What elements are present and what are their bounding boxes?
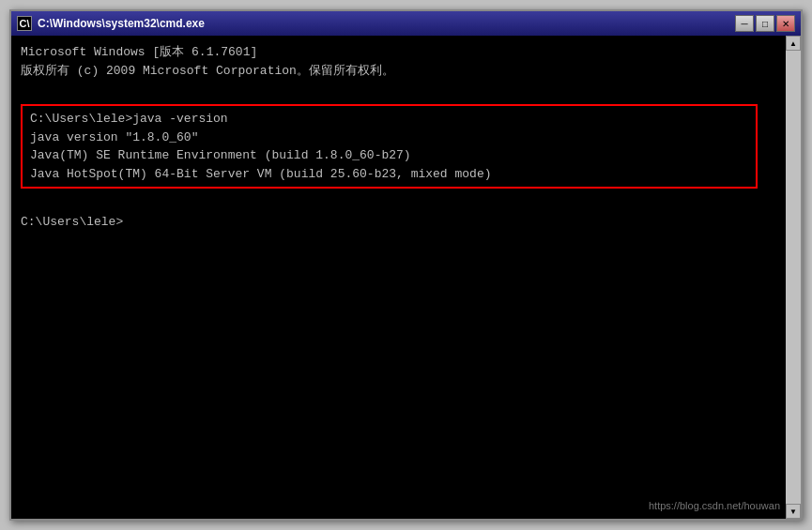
scrollbar[interactable]: ▲ ▼ xyxy=(786,36,801,519)
line-java-hotspot: Java HotSpot(TM) 64-Bit Server VM (build… xyxy=(30,165,748,184)
line-java-runtime: Java(TM) SE Runtime Environment (build 1… xyxy=(30,146,748,165)
minimize-button[interactable]: ─ xyxy=(735,15,754,32)
terminal-body: Microsoft Windows [版本 6.1.7601] 版权所有 (c)… xyxy=(11,36,801,519)
terminal-content: Microsoft Windows [版本 6.1.7601] 版权所有 (c)… xyxy=(21,43,791,232)
blank-line-1 xyxy=(21,80,774,98)
scroll-up-button[interactable]: ▲ xyxy=(786,36,801,51)
watermark: https://blog.csdn.net/houwan xyxy=(649,500,780,511)
line-windows-version: Microsoft Windows [版本 6.1.7601] xyxy=(21,43,774,62)
window-title: C:\Windows\system32\cmd.exe xyxy=(38,17,205,30)
line-java-command: C:\Users\lele>java -version xyxy=(30,110,748,129)
title-bar: C\ C:\Windows\system32\cmd.exe ─ □ ✕ xyxy=(11,11,801,36)
cmd-icon: C\ xyxy=(17,16,32,31)
close-button[interactable]: ✕ xyxy=(776,15,795,32)
blank-line-2 xyxy=(21,194,774,213)
window-controls: ─ □ ✕ xyxy=(735,15,795,32)
maximize-button[interactable]: □ xyxy=(756,15,774,32)
scroll-down-button[interactable]: ▼ xyxy=(786,504,801,519)
scrollbar-track[interactable] xyxy=(786,51,801,504)
cmd-window: C\ C:\Windows\system32\cmd.exe ─ □ ✕ Mic… xyxy=(9,9,803,521)
line-java-version: java version "1.8.0_60" xyxy=(30,129,748,147)
line-prompt: C:\Users\lele> xyxy=(21,213,774,232)
java-version-box: C:\Users\lele>java -version java version… xyxy=(21,104,758,189)
line-copyright: 版权所有 (c) 2009 Microsoft Corporation。保留所有… xyxy=(21,62,774,81)
title-bar-left: C\ C:\Windows\system32\cmd.exe xyxy=(17,16,205,31)
